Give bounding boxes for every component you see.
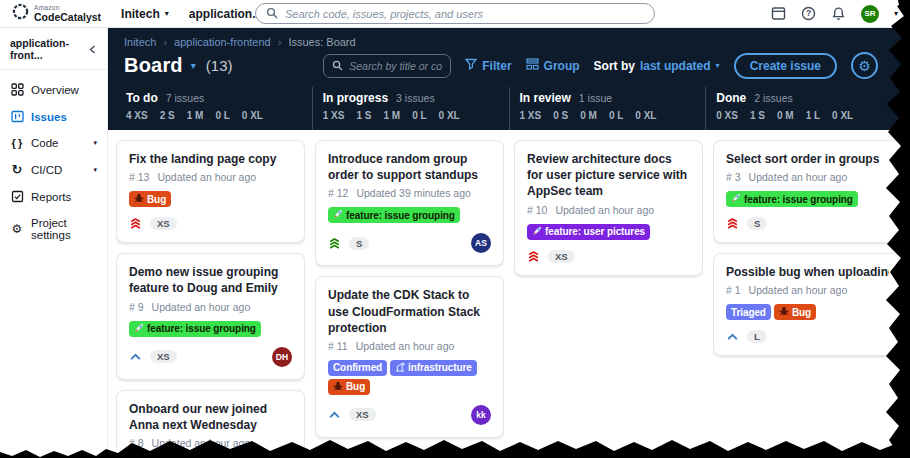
- sort-value-button[interactable]: last updated ▾: [640, 59, 720, 73]
- chevron-down-icon: ▾: [93, 139, 97, 147]
- rocket-icon: [532, 226, 542, 238]
- issue-card[interactable]: Onboard our new joined Anna next Wednesd…: [116, 390, 305, 448]
- column-issue-count: 1 issue: [579, 92, 612, 104]
- label-badge: Confirmed: [328, 360, 387, 376]
- column-size-counts: 1 XS1 S1 M0 L0 XL: [323, 110, 499, 121]
- label-badge: feature: issue grouping: [129, 321, 261, 337]
- issue-id: # 9: [129, 301, 144, 313]
- issue-id: # 11: [328, 340, 348, 352]
- issue-title: Possible bug when uploading images using…: [726, 264, 889, 280]
- global-search-input[interactable]: [285, 8, 644, 20]
- issue-updated: Updated an hour ago: [749, 171, 848, 183]
- issue-title: Fix the landing page copy: [129, 151, 292, 167]
- crane-icon: [395, 362, 405, 374]
- create-issue-button[interactable]: Create issue: [734, 53, 837, 79]
- board-columns: Fix the landing page copy# 13Updated an …: [116, 140, 902, 448]
- space-selector[interactable]: Initech ▾: [121, 7, 169, 21]
- cicd-cycle-icon: ↻: [10, 163, 24, 176]
- issue-title: Select sort order in groups: [726, 151, 889, 167]
- issue-title: Review architecture docs for user pictur…: [527, 151, 690, 200]
- issue-meta: # 11Updated an hour ago: [328, 340, 491, 352]
- rocket-icon: [333, 209, 343, 221]
- assignee-avatar: AS: [471, 233, 491, 253]
- issue-meta: # 1Updated an hour ago: [726, 284, 889, 296]
- breadcrumb-link-project[interactable]: application-frontend: [174, 36, 271, 48]
- sidebar-project-name: application-front...: [10, 37, 88, 61]
- assignee-avatar: DH: [272, 347, 292, 367]
- search-icon: [332, 57, 343, 75]
- bug-icon: [779, 306, 789, 318]
- codecatalyst-logo[interactable]: Amazon CodeCatalyst: [12, 3, 101, 24]
- column-size-counts: 0 XS1 S0 M1 L0 XL: [716, 110, 892, 121]
- issue-card[interactable]: Review architecture docs for user pictur…: [514, 140, 703, 276]
- issue-id: # 10: [527, 204, 547, 216]
- priority-icon: [527, 250, 540, 263]
- codecatalyst-logo-icon: [12, 3, 29, 24]
- apps-icon[interactable]: [771, 6, 786, 21]
- overview-grid-icon: [10, 83, 24, 96]
- view-switcher-chevron-icon[interactable]: ▾: [191, 60, 196, 71]
- label-badge: Bug: [328, 379, 370, 395]
- issue-updated: Updated an hour ago: [555, 204, 654, 216]
- issue-id: # 8: [129, 437, 144, 448]
- size-badge: S: [349, 237, 369, 250]
- column-header-done: Done2 issues0 XS1 S0 M1 L0 XL: [705, 87, 902, 130]
- breadcrumb-link-space[interactable]: Initech: [124, 36, 156, 48]
- rocket-icon: [134, 323, 144, 335]
- column-header-in-progress: In progress3 issues1 XS1 S1 M0 L0 XL: [312, 87, 509, 130]
- issue-card[interactable]: Possible bug when uploading images using…: [713, 253, 902, 356]
- chevron-down-icon[interactable]: ▾: [894, 9, 898, 18]
- sidebar-item-label: Issues: [31, 111, 67, 123]
- priority-icon: [328, 408, 341, 421]
- issue-meta: # 9Updated an hour ago: [129, 301, 292, 313]
- issue-meta: # 8Updated an hour ago: [129, 437, 292, 448]
- help-icon[interactable]: ?: [801, 6, 816, 21]
- board-header: Initech › application-frontend › Issues:…: [108, 28, 910, 130]
- column-name: In progress: [323, 91, 388, 105]
- issue-card[interactable]: Demo new issue grouping feature to Doug …: [116, 253, 305, 379]
- search-icon: [266, 5, 278, 23]
- board-search-input[interactable]: [349, 60, 442, 72]
- size-badge: XS: [349, 408, 376, 421]
- group-button[interactable]: Group: [526, 58, 580, 73]
- assignee-avatar: kk: [471, 405, 491, 425]
- column-size-counts: 4 XS2 S1 M0 L0 XL: [126, 110, 302, 121]
- gear-icon: ⚙: [858, 58, 871, 74]
- label-badge: infrastructure: [390, 360, 477, 376]
- label-badge: feature: issue grouping: [328, 207, 460, 223]
- label-badge: Bug: [129, 191, 171, 207]
- sidebar-item-project-settings[interactable]: ⚙ Project settings: [0, 210, 107, 248]
- filter-button[interactable]: Filter: [465, 58, 511, 73]
- column-name: In review: [520, 91, 571, 105]
- user-avatar[interactable]: SR: [861, 5, 879, 23]
- sidebar-item-label: Overview: [31, 84, 79, 96]
- issue-id: # 3: [726, 171, 741, 183]
- board-settings-button[interactable]: ⚙: [851, 52, 878, 79]
- breadcrumb-current: Issues: Board: [288, 36, 355, 48]
- sidebar-item-overview[interactable]: Overview: [0, 76, 107, 103]
- brand-name: CodeCatalyst: [34, 12, 101, 23]
- issue-card[interactable]: Introduce random group order to support …: [315, 140, 504, 266]
- column-issue-count: 2 issues: [754, 92, 793, 104]
- reports-icon: [10, 190, 24, 203]
- sidebar-item-issues[interactable]: Issues: [0, 103, 107, 130]
- sort-by-label: Sort by: [594, 59, 635, 73]
- gear-icon: ⚙: [10, 223, 24, 235]
- breadcrumb: Initech › application-frontend › Issues:…: [108, 34, 910, 48]
- sidebar-item-code[interactable]: { } Code ▾: [0, 130, 107, 156]
- global-search: [255, 3, 655, 24]
- page-title: Board: [124, 54, 183, 77]
- collapse-sidebar-icon[interactable]: [88, 45, 97, 54]
- sidebar-item-reports[interactable]: Reports: [0, 183, 107, 210]
- issue-card[interactable]: Update the CDK Stack to use CloudFormati…: [315, 276, 504, 438]
- issue-title: Introduce random group order to support …: [328, 151, 491, 183]
- group-icon: [526, 58, 539, 73]
- issue-card[interactable]: Select sort order in groups# 3Updated an…: [713, 140, 902, 243]
- notifications-bell-icon[interactable]: [831, 6, 846, 21]
- priority-icon: [129, 350, 142, 363]
- issue-card[interactable]: Fix the landing page copy# 13Updated an …: [116, 140, 305, 243]
- size-badge: XS: [548, 250, 575, 263]
- board-column-in-review: Review architecture docs for user pictur…: [514, 140, 703, 448]
- column-name: Done: [716, 91, 746, 105]
- sidebar-item-cicd[interactable]: ↻ CI/CD ▾: [0, 156, 107, 183]
